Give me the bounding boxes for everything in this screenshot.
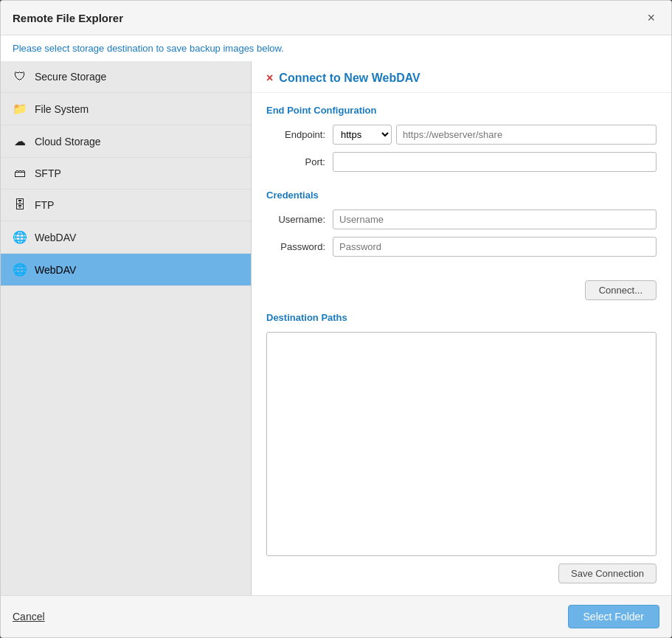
connect-button[interactable]: Connect... [585, 280, 657, 300]
destination-box [266, 332, 657, 556]
select-folder-button[interactable]: Select Folder [568, 605, 659, 628]
close-x-icon: × [266, 72, 273, 85]
sidebar-item-webdav-child[interactable]: 🌐 WebDAV [1, 254, 251, 286]
panel-body: End Point Configuration Endpoint: https … [252, 93, 671, 595]
sidebar-item-label: WebDAV [35, 264, 76, 276]
sidebar-item-sftp[interactable]: 🗃 SFTP [1, 158, 251, 190]
modal-title: Remote File Explorer [13, 12, 123, 24]
save-connection-button[interactable]: Save Connection [558, 564, 657, 583]
sidebar-item-label: Secure Storage [35, 71, 106, 83]
url-input[interactable] [396, 125, 657, 145]
sftp-icon: 🗃 [13, 167, 27, 180]
sidebar-item-label: SFTP [35, 167, 61, 179]
username-field [333, 209, 657, 229]
endpoint-row: Endpoint: https http [266, 125, 657, 145]
modal-overlay: Remote File Explorer × Please select sto… [0, 0, 672, 638]
credentials-section-title: Credentials [266, 190, 657, 201]
sidebar-item-file-system[interactable]: 📁 File System [1, 93, 251, 125]
modal-subtitle: Please select storage destination to sav… [1, 35, 671, 61]
sidebar-item-label: FTP [35, 199, 54, 211]
password-row: Password: [266, 237, 657, 257]
panel-header: × Connect to New WebDAV [252, 61, 671, 93]
folder-icon: 📁 [13, 102, 27, 116]
modal-header: Remote File Explorer × [1, 1, 671, 35]
globe-icon: 🌐 [13, 230, 27, 244]
modal-body: 🛡 Secure Storage 📁 File System ☁ Cloud S… [1, 61, 671, 595]
port-row: Port: 443 [266, 152, 657, 172]
connect-row: Connect... [266, 280, 657, 300]
credentials-section: Credentials Username: Password: [266, 190, 657, 264]
sidebar-item-cloud-storage[interactable]: ☁ Cloud Storage [1, 125, 251, 158]
endpoint-label: Endpoint: [266, 129, 333, 140]
destination-section: Destination Paths [266, 312, 657, 556]
endpoint-group: https http [333, 125, 657, 145]
endpoint-section-title: End Point Configuration [266, 105, 657, 116]
sidebar-item-webdav-parent[interactable]: 🌐 WebDAV [1, 221, 251, 254]
globe-icon: 🌐 [13, 263, 27, 277]
close-button[interactable]: × [642, 10, 659, 26]
main-content: × Connect to New WebDAV End Point Config… [252, 61, 671, 595]
destination-section-title: Destination Paths [266, 312, 657, 323]
sidebar-item-label: WebDAV [35, 232, 76, 243]
panel-header-title: Connect to New WebDAV [279, 72, 420, 85]
password-label: Password: [266, 241, 333, 252]
username-row: Username: [266, 209, 657, 229]
sidebar-item-ftp[interactable]: 🗄 FTP [1, 190, 251, 221]
save-row: Save Connection [266, 564, 657, 583]
port-label: Port: [266, 156, 333, 167]
port-field: 443 [333, 152, 657, 172]
port-input[interactable]: 443 [333, 152, 657, 172]
cloud-icon: ☁ [13, 134, 27, 148]
protocol-select[interactable]: https http [333, 125, 392, 145]
username-label: Username: [266, 214, 333, 225]
modal-dialog: Remote File Explorer × Please select sto… [0, 0, 672, 638]
sidebar-item-label: File System [35, 103, 89, 115]
password-field [333, 237, 657, 257]
password-input[interactable] [333, 237, 657, 257]
sidebar-item-label: Cloud Storage [35, 136, 101, 148]
sidebar-item-secure-storage[interactable]: 🛡 Secure Storage [1, 61, 251, 93]
cancel-button[interactable]: Cancel [13, 611, 45, 623]
username-input[interactable] [333, 209, 657, 229]
ftp-icon: 🗄 [13, 198, 27, 212]
sidebar: 🛡 Secure Storage 📁 File System ☁ Cloud S… [1, 61, 252, 595]
shield-icon: 🛡 [13, 70, 27, 83]
modal-footer: Cancel Select Folder [1, 595, 671, 637]
